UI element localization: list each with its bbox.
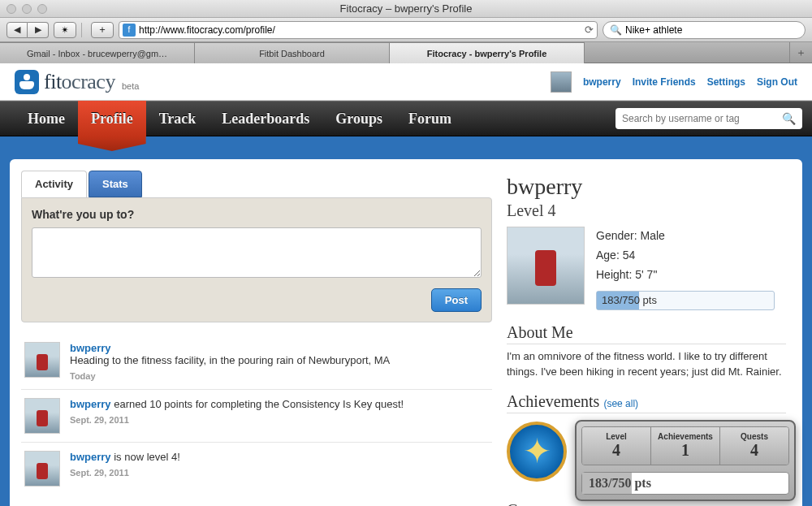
bookmark-button[interactable]: ＋ [91,22,114,38]
popup-points-text: 183/750 pts [589,476,651,491]
feed-item: bwperry Heading to the fitness facility,… [21,334,492,389]
avatar[interactable] [24,398,60,434]
browser-search-input[interactable] [625,24,798,36]
app-header: fitocracy beta bwperry Invite Friends Se… [0,63,812,101]
activity-feed: bwperry Heading to the fitness facility,… [21,334,492,495]
nav-track[interactable]: Track [146,101,209,136]
feed-user-link[interactable]: bwperry [70,342,111,354]
browser-tab-active[interactable]: Fitocracy - bwperry's Profile [390,42,585,63]
points-text: 183/750 pts [602,292,657,309]
invite-friends-link[interactable]: Invite Friends [633,76,696,88]
post-textarea[interactable] [32,227,482,278]
main-nav: Home Profile Track Leaderboards Groups F… [0,101,812,136]
logo-icon [15,70,39,94]
profile-username: bwperry [507,174,786,200]
groups-heading: Groups [507,501,786,506]
sign-out-link[interactable]: Sign Out [757,76,797,88]
back-button[interactable]: ◀ [6,22,28,38]
wand-button[interactable]: ✴︎ [54,22,76,38]
reload-icon[interactable]: ⟳ [585,24,594,36]
profile-level: Level 4 [507,201,786,220]
popup-stat-level: Level 4 [582,427,651,465]
logo[interactable]: fitocracy beta [15,70,139,94]
url-input[interactable] [139,24,581,36]
stats-popup: Level 4 Achievements 1 Quests 4 183/750 … [575,420,796,501]
search-icon: 🔍 [610,24,622,36]
header-username-link[interactable]: bwperry [583,76,621,88]
nav-forum[interactable]: Forum [395,101,464,136]
feed-user-link[interactable]: bwperry [70,398,111,410]
profile-height: Height: 5' 7" [596,266,786,285]
nav-home[interactable]: Home [15,101,78,136]
popup-stat-quests: Quests 4 [720,427,788,465]
browser-tab[interactable]: Fitbit Dashboard [195,42,390,63]
about-heading: About Me [507,323,786,344]
search-icon[interactable]: 🔍 [782,112,796,125]
popup-progress: 183/750 pts [581,472,789,495]
feed-user-link[interactable]: bwperry [70,451,111,463]
site-search[interactable]: 🔍 [615,108,802,129]
feed-time: Today [70,371,489,381]
popup-stat-achievements: Achievements 1 [651,427,720,465]
browser-toolbar: ◀ ▶ ✴︎ ＋ f ⟳ 🔍 [0,18,812,42]
avatar[interactable] [24,451,60,487]
feed-item: bwperry earned 10 points for completing … [21,389,492,442]
tab-stats[interactable]: Stats [89,171,142,197]
post-prompt: What're you up to? [32,208,482,221]
forward-button[interactable]: ▶ [28,22,49,38]
feed-time: Sept. 29, 2011 [70,468,489,478]
site-favicon-icon: f [123,24,136,37]
browser-tab[interactable]: Gmail - Inbox - brucewperry@gm… [0,42,195,63]
page-body: Activity Stats What're you up to? Post b… [0,136,812,506]
about-text: I'm an omnivore of the fitness world. I … [507,349,786,378]
nav-groups[interactable]: Groups [322,101,395,136]
feed-text: Heading to the fitness facility, in the … [70,354,489,366]
profile-age: Age: 54 [596,246,786,266]
header-avatar[interactable] [551,71,572,93]
browser-titlebar: Fitocracy – bwperry's Profile [0,0,812,18]
nav-leaderboards[interactable]: Leaderboards [209,101,322,136]
avatar[interactable] [24,342,60,378]
achievement-badge-icon[interactable] [507,422,567,482]
profile-gender: Gender: Male [596,227,786,246]
feed-item: bwperry is now level 4! Sept. 29, 2011 [21,442,492,495]
nav-profile[interactable]: Profile [78,101,146,136]
window-title: Fitocracy – bwperry's Profile [0,2,812,15]
browser-search[interactable]: 🔍 [603,21,806,39]
post-button[interactable]: Post [431,288,482,312]
beta-badge: beta [122,81,139,91]
achievements-heading: Achievements (see all) [507,392,786,413]
profile-picture[interactable] [507,227,585,305]
settings-link[interactable]: Settings [707,76,745,88]
tab-activity[interactable]: Activity [21,171,87,197]
url-bar[interactable]: f ⟳ [119,21,598,39]
post-box: What're you up to? Post [21,197,492,322]
browser-tab-strip: Gmail - Inbox - brucewperry@gm… Fitbit D… [0,42,812,63]
new-tab-button[interactable]: ＋ [789,42,812,63]
see-all-link[interactable]: (see all) [603,398,638,409]
site-search-input[interactable] [622,113,782,124]
points-progress: 183/750 pts [596,291,775,310]
feed-time: Sept. 29, 2011 [70,415,489,425]
